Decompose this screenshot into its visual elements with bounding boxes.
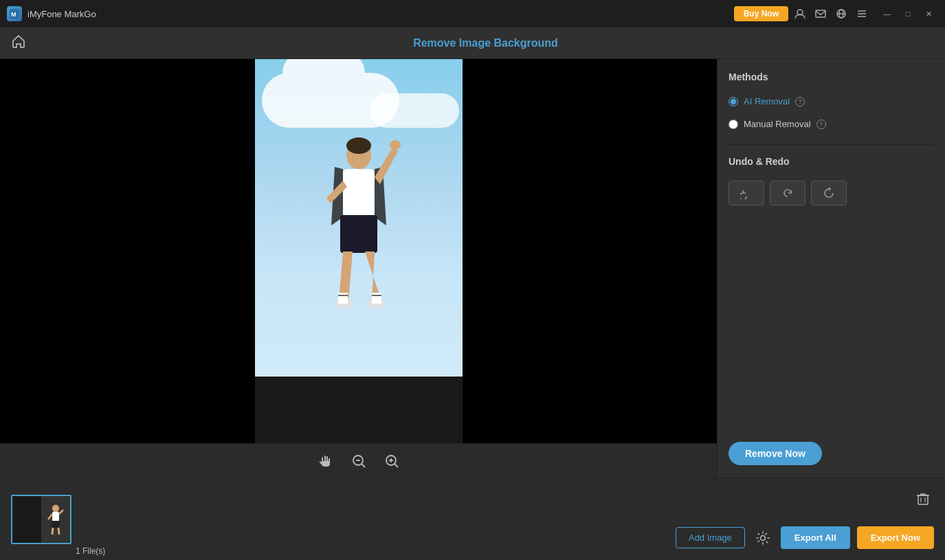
trash-icon[interactable]	[912, 488, 934, 510]
home-icon[interactable]	[11, 34, 26, 52]
reset-button[interactable]	[811, 181, 847, 205]
canvas-column	[0, 59, 717, 478]
minimize-button[interactable]: —	[878, 5, 897, 22]
manual-removal-label: Manual Removal	[744, 119, 811, 129]
globe-icon[interactable]	[835, 8, 847, 20]
file-count-label: 1 File(s)	[76, 546, 105, 556]
svg-point-11	[346, 137, 371, 154]
svg-line-33	[48, 514, 52, 519]
app-logo: M	[7, 6, 22, 21]
svg-rect-35	[918, 495, 928, 504]
svg-line-34	[59, 510, 63, 514]
zoom-out-icon[interactable]	[348, 451, 369, 471]
thumb-light-half	[41, 496, 70, 543]
manual-removal-radio[interactable]	[729, 120, 738, 129]
svg-line-27	[394, 464, 398, 467]
app-title-text: iMyFone MarkGo	[27, 9, 729, 19]
cloud-2	[370, 93, 459, 128]
export-all-button[interactable]: Export All	[781, 526, 850, 549]
manual-removal-help-icon[interactable]: ?	[816, 120, 826, 129]
manual-removal-row: Manual Removal ?	[729, 119, 934, 129]
svg-rect-13	[340, 215, 377, 253]
panel-spacer	[729, 214, 934, 434]
maximize-button[interactable]: □	[898, 5, 918, 22]
svg-point-16	[390, 140, 401, 150]
buy-now-button[interactable]: Buy Now	[734, 6, 788, 21]
svg-point-39	[760, 535, 765, 540]
svg-rect-30	[52, 521, 60, 528]
ai-removal-row: AI Removal ?	[729, 96, 934, 107]
ai-removal-help-icon[interactable]: ?	[795, 97, 805, 107]
thumb-dark-half	[12, 496, 41, 543]
main-content: Methods AI Removal ? Manual Removal ? Un…	[0, 59, 945, 478]
add-image-button[interactable]: Add Image	[676, 527, 745, 548]
main-image	[255, 59, 463, 377]
title-bar: M iMyFone MarkGo Buy Now	[0, 0, 945, 27]
canvas-area	[0, 59, 717, 443]
undo-button[interactable]	[729, 181, 764, 205]
undo-redo-title: Undo & Redo	[729, 156, 934, 167]
methods-title: Methods	[729, 71, 934, 82]
window-controls: — □ ✕	[878, 5, 938, 22]
section-divider	[729, 144, 934, 145]
svg-rect-12	[343, 169, 375, 217]
image-display-row	[0, 59, 717, 443]
film-actions: Add Image Export All Export Now	[676, 526, 934, 549]
export-now-button[interactable]: Export Now	[857, 526, 934, 549]
pan-tool-icon[interactable]	[315, 451, 336, 471]
svg-rect-3	[816, 10, 825, 17]
user-icon[interactable]	[794, 8, 806, 20]
filmstrip: 1 File(s) Add Image Export All Export No…	[0, 478, 945, 560]
film-thumbnail[interactable]	[11, 495, 71, 544]
menu-icon[interactable]	[856, 8, 868, 20]
svg-text:M: M	[11, 11, 16, 18]
title-icon-group	[794, 8, 868, 20]
svg-rect-29	[52, 512, 59, 522]
canvas-right-bg	[463, 59, 718, 443]
svg-line-31	[52, 528, 53, 535]
ai-removal-radio[interactable]	[729, 97, 738, 107]
svg-line-32	[58, 528, 59, 535]
undo-redo-row	[729, 181, 934, 205]
svg-point-28	[52, 504, 59, 512]
header-bar: Remove Image Background	[0, 27, 945, 59]
svg-rect-17	[338, 293, 348, 304]
close-button[interactable]: ✕	[919, 5, 938, 22]
ai-removal-label: AI Removal	[744, 96, 790, 107]
person-figure	[314, 136, 403, 335]
svg-rect-18	[372, 293, 381, 304]
mail-icon[interactable]	[814, 8, 827, 20]
page-title: Remove Image Background	[37, 37, 934, 49]
svg-line-23	[362, 464, 365, 467]
remove-now-button[interactable]: Remove Now	[729, 442, 822, 465]
controls-bar	[0, 443, 717, 478]
redo-button[interactable]	[770, 181, 805, 205]
canvas-left-bg	[0, 59, 255, 443]
settings-gear-icon[interactable]	[752, 527, 774, 549]
right-panel: Methods AI Removal ? Manual Removal ? Un…	[717, 59, 945, 478]
zoom-in-icon[interactable]	[381, 451, 402, 471]
